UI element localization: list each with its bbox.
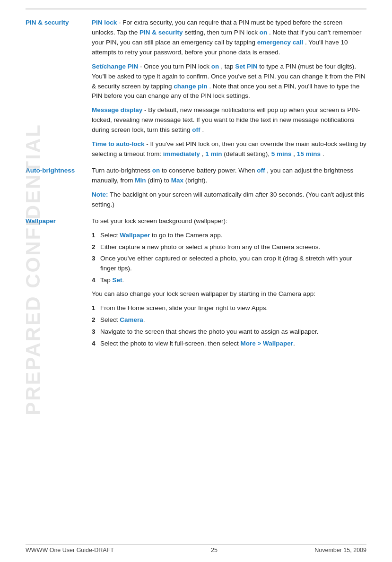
- top-rule: [26, 9, 366, 9]
- step-2-2: 2 Select Camera.: [92, 315, 366, 325]
- step-text-1-2: Either capture a new photo or select a p…: [100, 242, 366, 252]
- text-ab-4: (dim) to: [148, 177, 171, 184]
- section-label-wallpaper: Wallpaper: [26, 216, 92, 353]
- link-set-wallpaper: Set: [113, 277, 122, 284]
- footer: WWWW One User Guide-DRAFT 25 November 15…: [26, 544, 366, 553]
- section-wallpaper: Wallpaper To set your lock screen backgr…: [26, 216, 366, 353]
- text-msg-2: .: [202, 126, 204, 133]
- link-on-ab: on: [152, 167, 160, 174]
- para-auto-brightness-note: Note: The backlight on your screen will …: [92, 190, 366, 210]
- step-num-1-1: 1: [92, 231, 100, 241]
- step-2-4: 4 Select the photo to view it full-scree…: [92, 339, 366, 349]
- para-message-display: Message display - By default, new messag…: [92, 105, 366, 135]
- step-1-3: 3 Once you've either captured or selecte…: [92, 254, 366, 274]
- text-tal-4: ,: [293, 150, 297, 157]
- link-emergency-call: emergency call: [257, 39, 304, 46]
- text-set-pin-1: - Once you turn PIN lock: [140, 63, 211, 70]
- link-immediately: immediately: [163, 150, 200, 157]
- footer-left: WWWW One User Guide-DRAFT: [26, 547, 114, 553]
- step-2-3: 3 Navigate to the screen that shows the …: [92, 327, 366, 337]
- para-pin-lock: PIN lock - For extra security, you can r…: [92, 18, 366, 58]
- step-num-1-2: 2: [92, 242, 100, 252]
- step-text-1-4: Tap Set.: [100, 276, 366, 285]
- text-pin-lock-2: setting, then turn PIN lock: [184, 29, 259, 36]
- step-2-1: 1 From the Home screen, slide your finge…: [92, 303, 366, 313]
- link-off-1: off: [192, 126, 200, 133]
- text-wp-intro: To set your lock screen background (wall…: [92, 217, 227, 225]
- section-body-auto-brightness: Turn auto-brightness on to conserve batt…: [92, 166, 366, 210]
- footer-right: November 15, 2009: [314, 547, 366, 553]
- step-text-2-3: Navigate to the screen that shows the ph…: [100, 327, 366, 337]
- step-text-2-1: From the Home screen, slide your finger …: [100, 303, 366, 313]
- para-auto-brightness: Turn auto-brightness on to conserve batt…: [92, 166, 366, 186]
- page: PREPARED CONFIDENTIAL PIN & security PIN…: [0, 0, 392, 562]
- link-camera: Camera: [120, 316, 143, 323]
- link-5mins: 5 mins: [271, 150, 292, 157]
- step-num-2-3: 3: [92, 327, 100, 337]
- text-ab-1: Turn auto-brightness: [92, 167, 152, 174]
- link-max: Max: [171, 177, 183, 184]
- text-wp-mid: You can also change your lock screen wal…: [92, 290, 315, 297]
- step-1-2: 2 Either capture a new photo or select a…: [92, 242, 366, 252]
- link-change-pin: change pin: [174, 83, 207, 90]
- para-wallpaper-mid: You can also change your lock screen wal…: [92, 289, 366, 299]
- step-1-4: 4 Tap Set.: [92, 276, 366, 285]
- para-time-auto-lock: Time to auto-lock - If you've set PIN lo…: [92, 139, 366, 159]
- step-num-2-1: 1: [92, 303, 100, 313]
- step-text-1-1: Select Wallpaper to go to the Camera app…: [100, 231, 366, 241]
- step-num-1-4: 4: [92, 276, 100, 285]
- text-set-pin-2: , tap: [221, 63, 235, 70]
- link-wallpaper-step1: Wallpaper: [120, 232, 150, 239]
- para-wallpaper-intro: To set your lock screen background (wall…: [92, 216, 366, 226]
- step-text-2-4: Select the photo to view it full-screen,…: [100, 339, 366, 349]
- step-text-1-3: Once you've either captured or selected …: [100, 254, 366, 274]
- section-pin-security: PIN & security PIN lock - For extra secu…: [26, 18, 366, 159]
- wallpaper-steps-1: 1 Select Wallpaper to go to the Camera a…: [92, 231, 366, 286]
- step-num-2-4: 4: [92, 339, 100, 349]
- link-on-2: on: [211, 63, 219, 70]
- text-ab-2: to conserve battery power. When: [162, 167, 257, 174]
- link-on-1: on: [260, 29, 268, 36]
- section-body-wallpaper: To set your lock screen background (wall…: [92, 216, 366, 353]
- wallpaper-steps-2: 1 From the Home screen, slide your finge…: [92, 303, 366, 349]
- link-time-auto-lock: Time to auto-lock: [92, 140, 145, 147]
- text-note-1: The backlight on your screen will automa…: [92, 191, 365, 208]
- section-body-pin-security: PIN lock - For extra security, you can r…: [92, 18, 366, 159]
- link-set-pin: Set PIN: [235, 63, 257, 70]
- section-auto-brightness: Auto-brightness Turn auto-brightness on …: [26, 166, 366, 210]
- link-min: Min: [135, 177, 146, 184]
- link-off-ab: off: [257, 167, 265, 174]
- link-15mins: 15 mins: [297, 150, 321, 157]
- step-num-1-3: 3: [92, 254, 100, 264]
- section-label-pin-security: PIN & security: [26, 18, 92, 159]
- text-tal-3: (default setting),: [224, 150, 271, 157]
- content-area: PIN & security PIN lock - For extra secu…: [26, 18, 366, 359]
- link-1min: 1 min: [205, 150, 222, 157]
- link-more-wallpaper: More > Wallpaper: [240, 340, 293, 347]
- link-set-change-pin: Set/change PIN: [92, 63, 138, 70]
- step-num-2-2: 2: [92, 315, 100, 325]
- text-ab-5: (bright).: [185, 177, 208, 184]
- step-1-1: 1 Select Wallpaper to go to the Camera a…: [92, 231, 366, 241]
- para-set-change-pin: Set/change PIN - Once you turn PIN lock …: [92, 62, 366, 102]
- link-pin-security-inline: PIN & security: [139, 29, 183, 36]
- section-label-auto-brightness: Auto-brightness: [26, 166, 92, 210]
- text-tal-5: .: [322, 150, 324, 157]
- step-text-2-2: Select Camera.: [100, 315, 366, 325]
- link-note: Note:: [92, 191, 108, 198]
- link-pin-lock: PIN lock: [92, 19, 117, 26]
- link-message-display: Message display: [92, 106, 142, 113]
- footer-page-num: 25: [114, 547, 314, 553]
